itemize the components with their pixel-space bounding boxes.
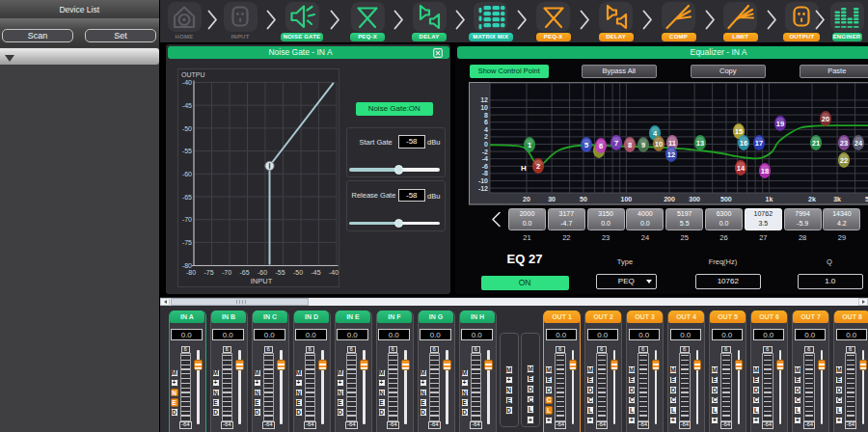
svg-text:-75: -75 [182,239,192,246]
svg-text:-6: -6 [482,163,488,170]
svg-text:100: 100 [621,196,633,202]
svg-text:-2: -2 [482,148,488,155]
svg-text:-55: -55 [182,148,192,154]
svg-text:-75: -75 [203,269,213,276]
svg-text:OUTPU: OUTPU [181,71,205,78]
svg-text:500: 500 [720,196,732,202]
svg-text:15: 15 [735,127,743,136]
svg-text:20: 20 [822,115,829,123]
svg-text:-4: -4 [482,155,488,162]
svg-text:-80: -80 [186,269,196,276]
svg-text:-10: -10 [478,177,488,184]
svg-text:9: 9 [641,141,645,149]
svg-text:-45: -45 [182,102,192,109]
svg-text:10: 10 [655,140,663,148]
svg-text:300: 300 [689,196,700,202]
svg-text:10: 10 [480,104,488,111]
svg-text:-70: -70 [222,269,231,276]
svg-text:-50: -50 [293,269,303,276]
svg-text:18: 18 [761,167,769,176]
svg-text:-12: -12 [478,185,488,192]
svg-text:5: 5 [584,141,588,149]
svg-text:30: 30 [548,196,556,202]
svg-text:12: 12 [667,150,675,159]
svg-text:17: 17 [755,139,763,148]
svg-text:22: 22 [840,156,848,165]
svg-text:-50: -50 [182,125,192,132]
svg-text:-60: -60 [182,171,192,177]
svg-text:INPUT: INPUT [251,277,273,285]
svg-text:1: 1 [528,141,531,149]
svg-text:1k: 1k [766,196,773,202]
svg-text:2: 2 [536,162,540,171]
svg-text:-55: -55 [275,269,285,276]
svg-text:12: 12 [480,96,488,103]
svg-text:0: 0 [484,141,488,148]
svg-text:4: 4 [484,126,488,133]
svg-text:24: 24 [854,139,863,148]
svg-text:6: 6 [484,119,488,125]
svg-text:16: 16 [740,139,747,148]
svg-text:13: 13 [696,139,704,148]
svg-text:21: 21 [812,139,820,148]
svg-text:-60: -60 [258,269,267,276]
svg-text:2k: 2k [808,196,816,202]
svg-text:-65: -65 [239,269,249,276]
svg-text:-45: -45 [311,269,320,276]
svg-text:H: H [521,164,527,173]
svg-text:8: 8 [484,112,488,119]
svg-text:8: 8 [628,141,632,149]
svg-text:23: 23 [840,139,848,148]
svg-text:6: 6 [599,142,603,150]
svg-text:14: 14 [737,164,746,173]
svg-text:20: 20 [523,196,530,202]
svg-text:19: 19 [776,120,784,128]
svg-text:11: 11 [668,139,676,148]
svg-text:3k: 3k [833,196,841,202]
svg-text:-40: -40 [182,79,192,86]
svg-text:7: 7 [614,139,618,148]
svg-text:-70: -70 [182,216,192,223]
svg-text:-40: -40 [329,269,339,276]
svg-text:50: 50 [580,196,587,202]
svg-text:2: 2 [484,133,488,140]
svg-text:-8: -8 [482,170,488,176]
svg-text:-65: -65 [182,194,192,201]
svg-text:200: 200 [664,196,675,202]
